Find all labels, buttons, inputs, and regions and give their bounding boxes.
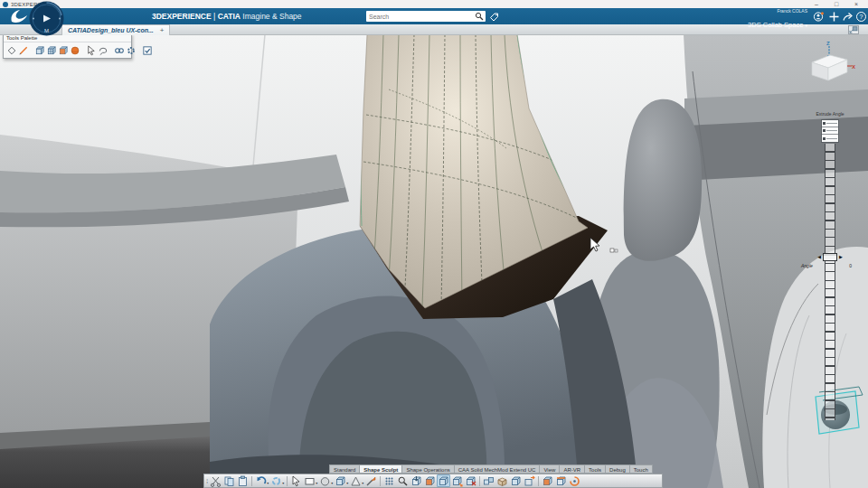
- 3d-viewport[interactable]: Tools Palette Z X Extrude Angle: [0, 35, 868, 488]
- select-tool-icon[interactable]: [6, 44, 17, 56]
- app-brand: 3DEXPERIENCE | CATIA Imagine & Shape: [152, 12, 302, 21]
- share-icon[interactable]: [842, 11, 854, 23]
- top-app-bar: 3DEXPERIENCE | CATIA Imagine & Shape Fra…: [0, 8, 868, 24]
- help-icon[interactable]: ?: [855, 11, 867, 23]
- angle-label: Angle: [801, 263, 813, 268]
- export-box-icon[interactable]: [523, 474, 536, 487]
- undo-dropdown-arrow[interactable]: ▾: [267, 481, 269, 485]
- translation-tool-icon[interactable]: [86, 44, 97, 56]
- view-cube[interactable]: Z X: [805, 42, 855, 86]
- cap-face-icon[interactable]: [554, 474, 568, 487]
- document-tab[interactable]: CATIADesign_bleu UX-con... +: [61, 24, 170, 35]
- tools-palette-title: Tools Palette: [4, 34, 131, 42]
- chevron-down-icon: ▾: [805, 23, 807, 28]
- weld-faces-icon[interactable]: [541, 474, 554, 487]
- 3dexperience-compass[interactable]: M: [29, 1, 64, 36]
- tag-icon[interactable]: [489, 12, 499, 22]
- search-icon[interactable]: [475, 12, 484, 21]
- pyramid-primitive-dropdown-arrow[interactable]: ▾: [362, 481, 363, 485]
- workbench-tab-ar-vr[interactable]: AR-VR: [559, 465, 584, 474]
- workbench-tab-shape-operations[interactable]: Shape Operations: [401, 465, 453, 474]
- import-mesh-icon[interactable]: [410, 474, 423, 487]
- extrude-angle-widget: Extrude Angle ◀ ▶ Angle 0: [796, 111, 864, 420]
- workbench-tab-tools[interactable]: Tools: [584, 465, 605, 474]
- toolbar-divider: [479, 476, 480, 486]
- modify-cage-tool-icon[interactable]: [34, 44, 45, 56]
- knife-tool-icon[interactable]: [364, 474, 378, 487]
- angle-slider-handle[interactable]: [823, 253, 837, 261]
- workbench-tab-caa-solid-mechmod-extend-uc[interactable]: CAA Solid MechMod Extend UC: [454, 465, 540, 474]
- extrude-face-tool-icon[interactable]: [58, 44, 69, 56]
- close-box-icon[interactable]: [509, 474, 523, 487]
- box-primitive-icon[interactable]: [334, 474, 347, 487]
- headrest[interactable]: [624, 99, 702, 261]
- dassault-systemes-logo: [9, 9, 29, 23]
- update-icon[interactable]: [269, 474, 283, 487]
- toolbar-grip[interactable]: ⁞: [206, 477, 207, 485]
- paste-icon[interactable]: [236, 474, 250, 487]
- delete-face-icon[interactable]: [464, 474, 477, 487]
- cut-icon[interactable]: [209, 474, 222, 487]
- link-tool-icon[interactable]: [114, 44, 125, 56]
- pyramid-primitive-icon[interactable]: [349, 474, 363, 487]
- expand-panel-icon[interactable]: [848, 25, 859, 34]
- refresh-tool-icon[interactable]: [126, 44, 137, 56]
- os-title-bar: 3DEXPERIENCE – □ ×: [0, 0, 868, 8]
- copy-icon[interactable]: [222, 474, 236, 487]
- pattern-grid-icon[interactable]: [382, 474, 396, 487]
- workbench-tab-debug[interactable]: Debug: [605, 465, 629, 474]
- sketch-curve-tool-icon[interactable]: [18, 44, 29, 56]
- workbench-tab-strip: StandardShape SculptShape OperationsCAA …: [329, 465, 653, 474]
- minimize-button[interactable]: –: [807, 0, 826, 8]
- slider-left-arrow-icon[interactable]: ◀: [817, 255, 821, 259]
- select-sketch-icon[interactable]: [289, 474, 303, 487]
- compass-quadrant-letter: M: [44, 28, 49, 33]
- collab-space-selector[interactable]: 3DS Collab Space ▾: [748, 21, 807, 29]
- undo-icon[interactable]: [254, 474, 268, 487]
- lasso-select-tool-icon[interactable]: [98, 44, 108, 56]
- user-name: Franck COLAS: [748, 9, 807, 14]
- extrude-options-table[interactable]: [821, 119, 839, 143]
- document-tab-label: CATIADesign_bleu UX-con...: [68, 27, 154, 33]
- toolbar-divider: [538, 476, 539, 486]
- workbench-tab-standard[interactable]: Standard: [329, 465, 359, 474]
- smooth-swirl-icon[interactable]: [568, 474, 581, 487]
- subdivide-cage-tool-icon[interactable]: [46, 44, 57, 56]
- slider-right-arrow-icon[interactable]: ▶: [839, 255, 843, 259]
- sphere-primitive-icon[interactable]: [318, 474, 332, 487]
- search-bar: [366, 11, 486, 22]
- zoom-analysis-icon[interactable]: [396, 474, 410, 487]
- tools-palette: Tools Palette: [3, 33, 132, 59]
- axis-x-label: X: [852, 64, 855, 70]
- close-button[interactable]: ×: [846, 0, 866, 8]
- modify-face-icon[interactable]: [423, 474, 437, 487]
- sphere-primitive-dropdown-arrow[interactable]: ▾: [331, 481, 333, 485]
- rectangle-primitive-icon[interactable]: [303, 474, 316, 487]
- update-dropdown-arrow[interactable]: ▾: [282, 481, 284, 485]
- search-input[interactable]: [366, 14, 475, 20]
- 3d-scene[interactable]: [0, 35, 868, 488]
- toolbar-divider: [251, 476, 252, 486]
- axis-z-label: Z: [826, 41, 830, 46]
- toolbar-divider: [380, 476, 381, 486]
- box-primitive-dropdown-arrow[interactable]: ▾: [346, 481, 348, 485]
- extrude-cage-icon[interactable]: [450, 474, 464, 487]
- workbench-tab-touch[interactable]: Touch: [629, 465, 653, 474]
- workbench-tab-shape-sculpt[interactable]: Shape Sculpt: [359, 465, 401, 474]
- active-subdivision-icon[interactable]: [437, 474, 450, 487]
- extrude-angle-ruler[interactable]: [825, 144, 835, 420]
- app-globe-icon: [3, 2, 8, 7]
- sphere-primitive-tool-icon[interactable]: [70, 44, 80, 56]
- maximize-button[interactable]: □: [826, 0, 846, 8]
- brand-app: CATIA: [218, 12, 241, 21]
- open-box-icon[interactable]: [495, 474, 509, 487]
- rectangle-primitive-dropdown-arrow[interactable]: ▾: [316, 481, 317, 485]
- brand-edition: Imagine & Shape: [242, 12, 301, 21]
- user-account-icon[interactable]: [813, 11, 825, 23]
- workbench-tab-view[interactable]: View: [539, 465, 559, 474]
- new-tab-button[interactable]: +: [160, 26, 165, 34]
- align-cages-icon[interactable]: [482, 474, 495, 487]
- add-content-icon[interactable]: [828, 11, 840, 23]
- validate-checkbox-icon[interactable]: [142, 44, 153, 56]
- toolbar-divider: [287, 476, 288, 486]
